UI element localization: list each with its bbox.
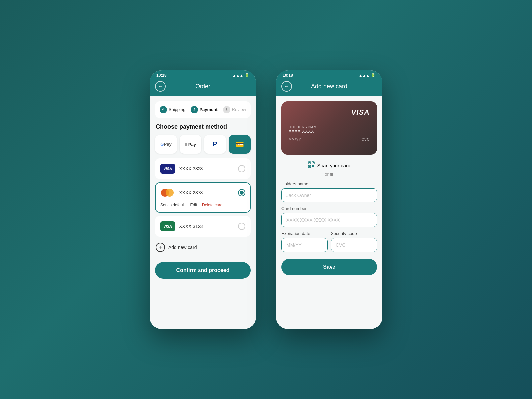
add-card-phone: 10:18 ▲▲▲ 🔋 ← Add new card VISA HOLDERS … xyxy=(276,70,382,329)
holders-name-label: Holders name xyxy=(281,181,377,186)
svg-rect-7 xyxy=(313,165,314,166)
paypal-button[interactable]: P xyxy=(204,135,226,154)
payment-icons-row: GPay  Pay P 💳 xyxy=(155,135,251,154)
order-title: Order xyxy=(195,83,210,90)
scan-row[interactable]: Scan your card xyxy=(281,161,377,170)
card-preview-details: HOLDERS NAME XXXX XXXX MM/YY CVC xyxy=(289,116,370,141)
card-preview: VISA HOLDERS NAME XXXX XXXX MM/YY CVC xyxy=(281,101,377,155)
card-brand-visa: VISA xyxy=(351,108,370,117)
step-review: 3 Review xyxy=(223,106,246,113)
card-number-2: XXXX 2378 xyxy=(179,190,234,195)
cvc-label-card: CVC xyxy=(362,138,370,141)
holders-name-field-group: Holders name xyxy=(281,181,377,202)
cvc-field-group: Security code xyxy=(331,231,377,252)
confirm-proceed-button[interactable]: Confirm and proceed xyxy=(155,262,251,279)
save-button[interactable]: Save xyxy=(281,259,377,275)
card-number-1: XXXX 3323 xyxy=(179,166,234,171)
expiry-label: Expiration date xyxy=(281,231,328,236)
card-number-field-group: Card number xyxy=(281,206,377,227)
add-card-label: Add new card xyxy=(168,245,197,250)
or-fill-text: or fill xyxy=(281,172,377,177)
credit-card-icon: 💳 xyxy=(236,140,244,148)
add-card-header: ← Add new card xyxy=(276,80,382,96)
cvc-label: Security code xyxy=(331,231,377,236)
card-radio-3[interactable] xyxy=(238,223,245,230)
expiry-field-group: Expiration date xyxy=(281,231,328,252)
add-new-card-button[interactable]: + Add new card xyxy=(155,241,251,254)
expiry-label-card: MM/YY xyxy=(289,138,319,141)
back-arrow-icon-r: ← xyxy=(284,84,289,89)
step-label-shipping: Shipping xyxy=(169,107,186,112)
svg-rect-4 xyxy=(313,162,314,163)
paypal-icon: P xyxy=(213,140,217,148)
step-circle-payment: 2 xyxy=(191,106,198,113)
order-body: ✓ Shipping 2 Payment 3 Review Choose pay… xyxy=(150,96,256,329)
battery-icon: 🔋 xyxy=(245,73,249,77)
visa-logo-1: VISA xyxy=(160,164,175,174)
card-list: VISA XXXX 3323 XXXX 2378 Set as default xyxy=(155,158,251,237)
visa-logo-3: VISA xyxy=(160,221,175,231)
qr-icon xyxy=(308,161,315,170)
step-circle-review: 3 xyxy=(223,106,230,113)
step-circle-shipping: ✓ xyxy=(160,106,167,113)
payment-section-title: Choose payment method xyxy=(155,123,251,130)
status-icons-right: ▲▲▲ 🔋 xyxy=(359,73,376,77)
card-item-1[interactable]: VISA XXXX 3323 xyxy=(155,158,251,179)
card-item-3[interactable]: VISA XXXX 3123 xyxy=(155,216,251,237)
card-actions: Set as default Edit Delete card xyxy=(160,201,245,207)
back-button-right[interactable]: ← xyxy=(281,81,292,92)
holder-value: XXXX XXXX xyxy=(289,129,319,134)
step-label-review: Review xyxy=(232,107,246,112)
status-icons-left: ▲▲▲ 🔋 xyxy=(232,73,249,77)
set-default-action[interactable]: Set as default xyxy=(160,203,185,207)
step-shipping: ✓ Shipping xyxy=(160,106,186,113)
signal-icon: ▲▲▲ xyxy=(232,73,243,77)
mastercard-logo xyxy=(160,188,175,198)
card-number-input[interactable] xyxy=(281,213,377,227)
card-number-3: XXXX 3123 xyxy=(179,224,234,229)
svg-rect-3 xyxy=(309,162,310,163)
holders-name-input[interactable] xyxy=(281,188,377,202)
expiry-cvc-row: Expiration date Security code xyxy=(281,231,377,252)
status-bar-left: 10:18 ▲▲▲ 🔋 xyxy=(150,70,256,80)
edit-action[interactable]: Edit xyxy=(190,203,197,207)
status-time-left: 10:18 xyxy=(156,73,167,78)
back-button-left[interactable]: ← xyxy=(155,81,166,92)
svg-rect-8 xyxy=(312,166,313,167)
scan-label: Scan your card xyxy=(317,163,351,168)
add-card-body: VISA HOLDERS NAME XXXX XXXX MM/YY CVC xyxy=(276,96,382,329)
svg-rect-5 xyxy=(309,166,310,167)
gpay-icon: GPay xyxy=(160,142,171,147)
credit-card-button[interactable]: 💳 xyxy=(229,135,251,154)
holder-label: HOLDERS NAME xyxy=(289,125,319,129)
add-icon: + xyxy=(156,243,165,252)
step-label-payment: Payment xyxy=(200,107,217,112)
status-bar-right: 10:18 ▲▲▲ 🔋 xyxy=(276,70,382,80)
add-card-title: Add new card xyxy=(311,83,347,90)
card-number-label: Card number xyxy=(281,206,377,211)
svg-rect-6 xyxy=(312,165,313,166)
order-header: ← Order xyxy=(150,80,256,96)
status-time-right: 10:18 xyxy=(283,73,293,78)
svg-rect-9 xyxy=(313,166,314,167)
gpay-button[interactable]: GPay xyxy=(155,135,177,154)
order-phone: 10:18 ▲▲▲ 🔋 ← Order ✓ Shipping 2 Payment xyxy=(150,70,256,329)
delete-action[interactable]: Delete card xyxy=(202,203,222,207)
steps-bar: ✓ Shipping 2 Payment 3 Review xyxy=(155,101,251,118)
card-preview-left: HOLDERS NAME XXXX XXXX MM/YY xyxy=(289,116,319,141)
battery-icon-r: 🔋 xyxy=(371,73,376,77)
card-preview-right: CVC xyxy=(362,138,370,141)
cvc-input[interactable] xyxy=(331,238,377,252)
signal-icon-r: ▲▲▲ xyxy=(359,73,370,77)
card-radio-1[interactable] xyxy=(238,165,245,172)
back-arrow-icon: ← xyxy=(158,84,163,89)
applepay-button[interactable]:  Pay xyxy=(180,135,201,154)
card-item-2[interactable]: XXXX 2378 Set as default Edit Delete car… xyxy=(155,182,251,213)
expiry-input[interactable] xyxy=(281,238,328,252)
applepay-icon:  Pay xyxy=(185,142,196,147)
step-payment: 2 Payment xyxy=(191,106,217,113)
card-radio-2[interactable] xyxy=(238,189,245,196)
